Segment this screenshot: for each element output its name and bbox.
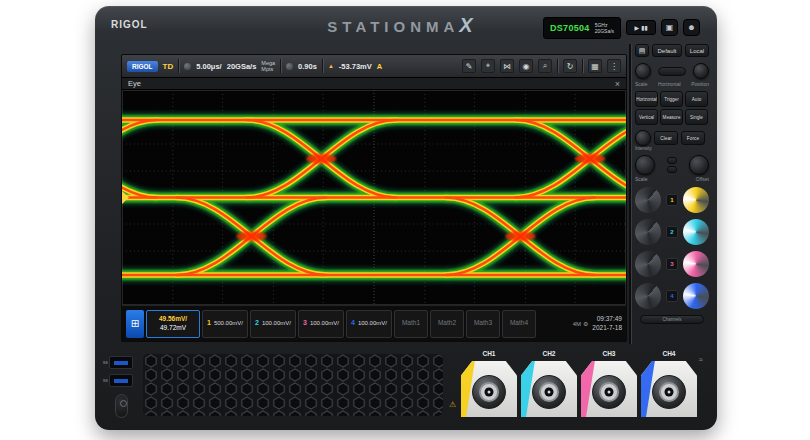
timebase-value[interactable]: 5.00μs/ [196, 62, 221, 71]
channel3-status[interactable]: 3 100.00mV/ [298, 310, 344, 338]
horizontal-pill-button[interactable] [658, 67, 686, 76]
channel2-bnc-connector [532, 375, 566, 409]
horizontal-position-knob[interactable] [693, 63, 709, 79]
intensity-knob[interactable] [635, 130, 651, 146]
power-button[interactable] [115, 394, 128, 418]
math2-status[interactable]: Math2 [430, 310, 464, 338]
rigol-menu-button[interactable]: RIGOL [127, 61, 158, 72]
impedance-button-top[interactable] [667, 157, 677, 164]
date-text: 2021-7-18 [592, 324, 622, 332]
vertical-scale-knob[interactable] [635, 155, 655, 175]
series-text: STATIONMA [327, 18, 459, 35]
search-icon[interactable]: ⌕ [538, 59, 552, 73]
history-icon[interactable]: ↻ [563, 59, 577, 73]
horizontal-key[interactable]: Horizontal [635, 91, 658, 107]
control-panel: ▤ Default Local Scale Horizontal Positio… [635, 44, 709, 374]
channel4-input: CH4 [641, 350, 697, 420]
channel3-button[interactable]: 3 [666, 258, 678, 270]
model-badge: DS70504 5GHz 20GSa/s [543, 17, 621, 39]
math3-status[interactable]: Math3 [466, 310, 500, 338]
channel4-status[interactable]: 4 100.00mV/ [346, 310, 392, 338]
local-button[interactable]: Local [685, 44, 709, 57]
display-button[interactable]: ▣ [661, 19, 678, 36]
run-icon: ▶ [634, 24, 639, 31]
waveform-area[interactable] [122, 90, 626, 305]
viewer-titlebar: Eye × [122, 77, 626, 90]
memory-indicator: 4M ⚙ [573, 320, 589, 327]
channel2-input: CH2 [521, 350, 577, 420]
brand-logo: RIGOL [111, 19, 148, 30]
math4-status[interactable]: Math4 [502, 310, 536, 338]
auto-key[interactable]: Auto [685, 91, 708, 107]
more-icon[interactable]: ⋮ [607, 59, 621, 73]
xy-icon[interactable]: ⋈ [500, 59, 514, 73]
impedance-buttons [667, 157, 677, 173]
math1-status[interactable]: Math1 [394, 310, 428, 338]
channel2-number: 2 [255, 319, 259, 328]
usb-port-2: SS [109, 374, 133, 387]
user-icon: ☻ [687, 23, 695, 32]
delay-value[interactable]: 0.90s [298, 62, 317, 71]
cursor-icon[interactable]: ⌖ [481, 59, 495, 73]
intensity-label-row: Intensity [635, 146, 709, 151]
viewer-title: Eye [128, 79, 141, 88]
instrument-chassis: RIGOL STATIONMAX DS70504 5GHz 20GSa/s ▶ … [95, 6, 717, 430]
toolbar: RIGOL TD 5.00μs/ 20GSa/s Mega Mpts 0.90s… [122, 55, 626, 77]
series-logo: STATIONMAX [265, 14, 535, 37]
series-x: X [459, 14, 472, 36]
gear-icon[interactable]: ⚙ [583, 320, 588, 327]
channel1-input-label: CH1 [461, 350, 517, 361]
default-button[interactable]: Default [652, 44, 682, 57]
channel2-right-ring [683, 219, 709, 245]
close-icon[interactable]: × [615, 79, 620, 89]
horizontal-scale-knob[interactable] [635, 63, 651, 79]
hex-grille-pattern [143, 354, 443, 416]
divider [322, 59, 323, 73]
trigger-key[interactable]: Trigger [660, 91, 683, 107]
vertical-key[interactable]: Vertical [635, 109, 658, 125]
impedance-button-bottom[interactable] [667, 166, 677, 173]
apps-grid-icon[interactable]: ▦ [588, 59, 602, 73]
time-text: 09:37:49 [592, 315, 622, 323]
measure-key[interactable]: Measure [660, 109, 683, 125]
acquire-mode[interactable]: TD [163, 62, 174, 71]
channel3-right-ring [683, 251, 709, 277]
channel3-left-ring [635, 251, 661, 277]
pause-icon: ▮▮ [641, 24, 648, 31]
trigger-level-value[interactable]: -53.73mV [339, 62, 372, 71]
channel4-plate [641, 361, 697, 417]
force-button[interactable]: Force [681, 131, 705, 145]
vertical-labels: Scale Offset [635, 176, 709, 182]
usb-tongue [114, 361, 128, 365]
selected-result-box[interactable]: 49.56mV/ 49.72mV [146, 310, 200, 338]
menu-button[interactable]: ▤ [635, 44, 649, 57]
channel1-knob-row: 1 [635, 187, 709, 213]
vertical-offset-knob[interactable] [689, 155, 709, 175]
windows-button[interactable]: ⊞ [126, 310, 144, 338]
warning-icon: ⚠ [449, 400, 456, 409]
vertical-knob-row [635, 155, 709, 175]
channel4-button[interactable]: 4 [666, 290, 678, 302]
user-button[interactable]: ☻ [683, 19, 700, 36]
single-key[interactable]: Single [685, 109, 708, 125]
channel1-status[interactable]: 1 500.00mV/ [202, 310, 248, 338]
clear-button[interactable]: Clear [654, 131, 678, 145]
channel1-plate [461, 361, 517, 417]
run-stop-button[interactable]: ▶ ▮▮ [626, 20, 656, 35]
model-name: DS70504 [550, 23, 590, 33]
channel2-status[interactable]: 2 100.00mV/ [250, 310, 296, 338]
channel1-button[interactable]: 1 [666, 194, 678, 206]
status-bar: ⊞ 49.56mV/ 49.72mV 1 500.00mV/ 2 100.00m… [122, 305, 626, 341]
eye-analysis-icon[interactable]: ◉ [519, 59, 533, 73]
channel1-number: 1 [207, 319, 211, 328]
channel2-button[interactable]: 2 [666, 226, 678, 238]
edit-icon[interactable]: ✎ [462, 59, 476, 73]
divider [178, 59, 179, 73]
trigger-source[interactable]: A [377, 62, 382, 71]
usb-label: SS [103, 378, 108, 383]
usb-label: SS [103, 360, 108, 365]
horizontal-icon [184, 63, 191, 70]
usb-port-1: SS [109, 356, 133, 369]
channels-button[interactable]: Channels [640, 315, 704, 324]
memory-depth[interactable]: Mega Mpts [261, 60, 275, 73]
